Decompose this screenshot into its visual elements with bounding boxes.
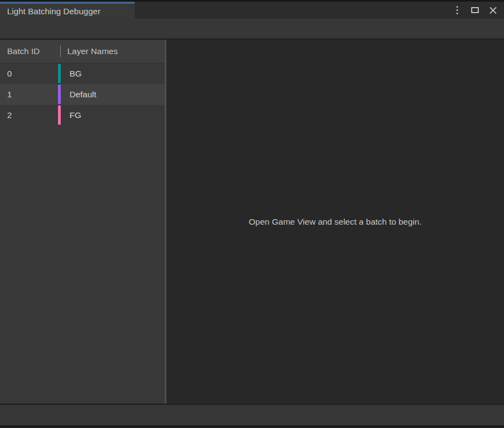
tab-light-batching-debugger[interactable]: Light Batching Debugger [0, 2, 135, 19]
batch-color-bar [58, 105, 61, 125]
empty-state-message: Open Game View and select a batch to beg… [249, 217, 422, 227]
window-bottom-edge [0, 425, 504, 428]
layer-name-cell: FG [61, 110, 82, 120]
batch-id-cell: 1 [0, 90, 58, 99]
column-header-batch-id: Batch ID [0, 46, 60, 56]
close-icon[interactable] [488, 5, 498, 16]
layer-name-cell: Default [61, 90, 96, 99]
batch-list-panel: Batch ID Layer Names 0 BG 1 Default 2 FG [0, 40, 165, 403]
batch-table-header: Batch ID Layer Names [0, 40, 165, 63]
batch-row-0[interactable]: 0 BG [0, 63, 165, 84]
batch-row-1[interactable]: 1 Default [0, 84, 165, 105]
kebab-menu-dots [456, 6, 458, 14]
batch-color-bar [58, 64, 61, 83]
status-bar [0, 403, 504, 425]
batch-id-cell: 0 [0, 69, 58, 79]
content-area: Batch ID Layer Names 0 BG 1 Default 2 FG [0, 40, 504, 403]
maximize-icon[interactable] [470, 5, 480, 16]
kebab-menu-icon[interactable] [452, 5, 462, 16]
batch-detail-panel: Open Game View and select a batch to beg… [166, 40, 504, 403]
window-controls [452, 2, 504, 19]
close-glyph [489, 7, 497, 14]
batch-color-bar [58, 85, 61, 104]
maximize-glyph [471, 7, 479, 13]
batch-row-2[interactable]: 2 FG [0, 105, 165, 126]
tab-title: Light Batching Debugger [7, 7, 101, 16]
tab-bar-spacer [135, 2, 452, 19]
light-batching-debugger-window: Light Batching Debugger Batch ID Layer N… [0, 0, 504, 428]
batch-id-cell: 2 [0, 110, 58, 120]
layer-name-cell: BG [61, 69, 82, 79]
toolbar [0, 19, 504, 40]
tab-bar: Light Batching Debugger [0, 2, 504, 19]
column-header-layer-names: Layer Names [61, 46, 118, 56]
